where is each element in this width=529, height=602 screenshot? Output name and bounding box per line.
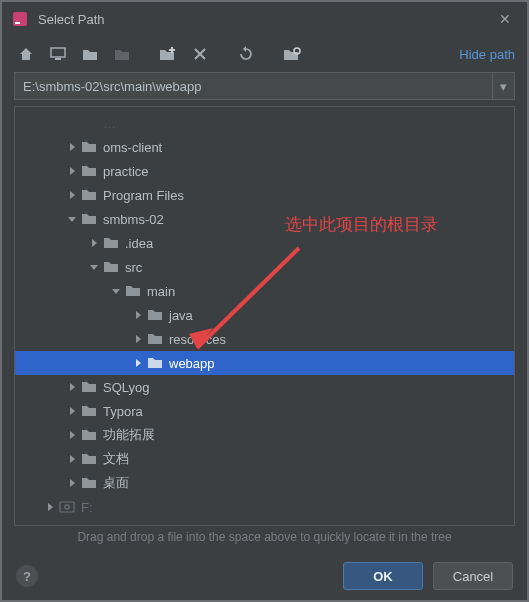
tree-item[interactable]: 功能拓展 bbox=[15, 423, 514, 447]
folder-icon bbox=[103, 260, 119, 274]
disk-icon bbox=[59, 500, 75, 514]
folder-icon bbox=[81, 428, 97, 442]
expand-arrow-icon[interactable] bbox=[109, 284, 123, 298]
expand-arrow-icon[interactable] bbox=[87, 260, 101, 274]
module-icon[interactable] bbox=[78, 43, 102, 65]
window-title: Select Path bbox=[38, 12, 483, 27]
expand-arrow-icon[interactable] bbox=[65, 188, 79, 202]
tree-item-label: oms-client bbox=[103, 140, 162, 155]
toolbar: Hide path bbox=[2, 36, 527, 72]
folder-icon bbox=[81, 404, 97, 418]
svg-point-8 bbox=[65, 505, 69, 509]
tree-item[interactable]: SQLyog bbox=[15, 375, 514, 399]
tree-item[interactable]: src bbox=[15, 255, 514, 279]
folder-icon bbox=[81, 140, 97, 154]
expand-arrow-icon[interactable] bbox=[65, 140, 79, 154]
tree-item-label: 桌面 bbox=[103, 474, 129, 492]
folder-icon bbox=[81, 452, 97, 466]
expand-arrow-icon[interactable] bbox=[65, 212, 79, 226]
tree-item[interactable]: practice bbox=[15, 159, 514, 183]
tree-item-label: java bbox=[169, 308, 193, 323]
folder-icon bbox=[81, 164, 97, 178]
desktop-icon[interactable] bbox=[46, 43, 70, 65]
expand-arrow-icon[interactable] bbox=[43, 500, 57, 514]
tree-item-label: resources bbox=[169, 332, 226, 347]
home-icon[interactable] bbox=[14, 43, 38, 65]
tree-item[interactable]: webapp bbox=[15, 351, 514, 375]
tree-item[interactable]: Program Files bbox=[15, 183, 514, 207]
tree-item[interactable]: main bbox=[15, 279, 514, 303]
expand-arrow-icon[interactable] bbox=[65, 404, 79, 418]
expand-arrow-icon[interactable] bbox=[65, 164, 79, 178]
tree-item[interactable]: F: bbox=[15, 495, 514, 519]
tree-item-label: 功能拓展 bbox=[103, 426, 155, 444]
tree-item-label: main bbox=[147, 284, 175, 299]
path-dropdown-icon[interactable]: ▾ bbox=[492, 73, 514, 99]
tree-item-label: Program Files bbox=[103, 188, 184, 203]
tree-item[interactable]: resources bbox=[15, 327, 514, 351]
tree-item-label: 文档 bbox=[103, 450, 129, 468]
folder-icon bbox=[125, 284, 141, 298]
tree-item-label: webapp bbox=[169, 356, 215, 371]
tree-item: … bbox=[15, 111, 514, 135]
folder-icon bbox=[81, 212, 97, 226]
tree-item[interactable]: 文档 bbox=[15, 447, 514, 471]
close-icon[interactable]: ✕ bbox=[493, 11, 517, 27]
app-logo-icon bbox=[12, 11, 28, 27]
expand-arrow-icon[interactable] bbox=[65, 380, 79, 394]
show-hidden-icon[interactable] bbox=[280, 43, 304, 65]
tree-item[interactable]: java bbox=[15, 303, 514, 327]
tree-item-label: F: bbox=[81, 500, 93, 515]
expand-arrow-icon[interactable] bbox=[65, 476, 79, 490]
folder-icon bbox=[81, 476, 97, 490]
cancel-button[interactable]: Cancel bbox=[433, 562, 513, 590]
tree-item[interactable]: 桌面 bbox=[15, 471, 514, 495]
tree-item-label: practice bbox=[103, 164, 149, 179]
tree-item-label: src bbox=[125, 260, 142, 275]
tree-item[interactable]: smbms-02 bbox=[15, 207, 514, 231]
expand-arrow-icon[interactable] bbox=[87, 236, 101, 250]
tree-item-label: .idea bbox=[125, 236, 153, 251]
expand-arrow-icon[interactable] bbox=[65, 428, 79, 442]
folder-icon bbox=[147, 308, 163, 322]
tree-item-label: Typora bbox=[103, 404, 143, 419]
folder-icon bbox=[81, 380, 97, 394]
folder-tree[interactable]: …oms-clientpracticeProgram Filessmbms-02… bbox=[15, 107, 514, 519]
tree-item-label: smbms-02 bbox=[103, 212, 164, 227]
new-folder-icon[interactable] bbox=[156, 43, 180, 65]
ok-button[interactable]: OK bbox=[343, 562, 423, 590]
nav-up-icon bbox=[110, 43, 134, 65]
folder-icon bbox=[81, 188, 97, 202]
folder-icon bbox=[147, 356, 163, 370]
drag-hint-text: Drag and drop a file into the space abov… bbox=[2, 530, 527, 544]
expand-arrow-icon[interactable] bbox=[131, 332, 145, 346]
folder-icon bbox=[103, 236, 119, 250]
svg-rect-5 bbox=[169, 49, 175, 51]
delete-icon[interactable] bbox=[188, 43, 212, 65]
expand-arrow-icon[interactable] bbox=[65, 452, 79, 466]
tree-item[interactable]: .idea bbox=[15, 231, 514, 255]
hide-path-link[interactable]: Hide path bbox=[459, 47, 515, 62]
refresh-icon[interactable] bbox=[234, 43, 258, 65]
svg-rect-3 bbox=[55, 58, 61, 60]
folder-icon bbox=[147, 332, 163, 346]
expand-arrow-icon[interactable] bbox=[131, 308, 145, 322]
svg-rect-2 bbox=[51, 48, 65, 57]
tree-item[interactable]: oms-client bbox=[15, 135, 514, 159]
path-input[interactable] bbox=[15, 73, 492, 99]
svg-rect-7 bbox=[60, 502, 74, 512]
tree-item[interactable]: Typora bbox=[15, 399, 514, 423]
svg-rect-1 bbox=[15, 22, 20, 24]
expand-arrow-icon[interactable] bbox=[131, 356, 145, 370]
help-icon[interactable]: ? bbox=[16, 565, 38, 587]
tree-item-label: SQLyog bbox=[103, 380, 150, 395]
